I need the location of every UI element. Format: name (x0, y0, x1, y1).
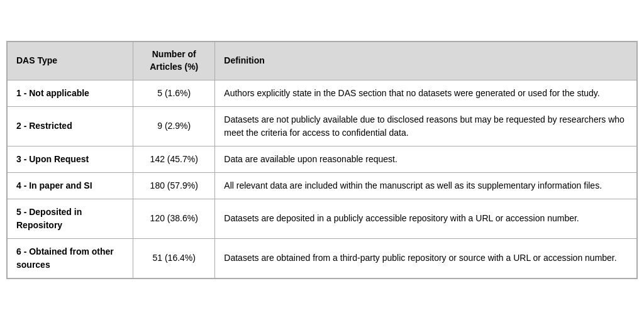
cell-definition: Datasets are deposited in a publicly acc… (215, 199, 637, 238)
cell-das-type: 2 - Restricted (8, 106, 133, 146)
cell-number: 180 (57.9%) (133, 172, 215, 199)
table-row: 2 - Restricted9 (2.9%)Datasets are not p… (8, 106, 637, 146)
table-row: 3 - Upon Request142 (45.7%)Data are avai… (8, 146, 637, 172)
cell-das-type: 3 - Upon Request (8, 146, 133, 172)
header-definition: Definition (215, 42, 637, 80)
header-das-type: DAS Type (8, 42, 133, 80)
cell-das-type: 4 - In paper and SI (8, 172, 133, 199)
cell-number: 142 (45.7%) (133, 146, 215, 172)
cell-das-type: 5 - Deposited in Repository (8, 199, 133, 238)
cell-number: 5 (1.6%) (133, 80, 215, 106)
cell-definition: Datasets are obtained from a third-party… (215, 238, 637, 278)
cell-definition: Data are available upon reasonable reque… (215, 146, 637, 172)
cell-das-type: 6 - Obtained from other sources (8, 238, 133, 278)
table-row: 5 - Deposited in Repository120 (38.6%)Da… (8, 199, 637, 238)
table-row: 6 - Obtained from other sources51 (16.4%… (8, 238, 637, 278)
main-table-wrapper: DAS Type Number of Articles (%) Definiti… (6, 41, 638, 279)
header-number-articles: Number of Articles (%) (133, 42, 215, 80)
cell-definition: Datasets are not publicly available due … (215, 106, 637, 146)
cell-definition: Authors explicitly state in the DAS sect… (215, 80, 637, 106)
table-row: 1 - Not applicable5 (1.6%)Authors explic… (8, 80, 637, 106)
cell-number: 9 (2.9%) (133, 106, 215, 146)
cell-number: 51 (16.4%) (133, 238, 215, 278)
cell-definition: All relevant data are included within th… (215, 172, 637, 199)
table-row: 4 - In paper and SI180 (57.9%)All releva… (8, 172, 637, 199)
cell-das-type: 1 - Not applicable (8, 80, 133, 106)
table-header-row: DAS Type Number of Articles (%) Definiti… (8, 42, 637, 80)
das-table: DAS Type Number of Articles (%) Definiti… (7, 41, 637, 278)
cell-number: 120 (38.6%) (133, 199, 215, 238)
